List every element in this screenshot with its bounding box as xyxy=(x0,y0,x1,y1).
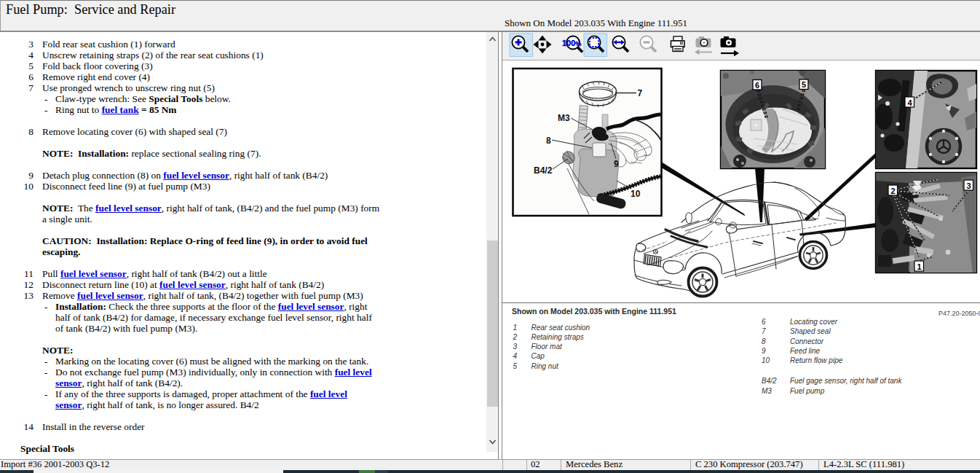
svg-text:8: 8 xyxy=(546,136,551,146)
svg-text:5: 5 xyxy=(802,80,806,89)
svg-text:1: 1 xyxy=(917,262,922,271)
svg-text:100%: 100% xyxy=(562,39,581,47)
svg-text:9: 9 xyxy=(614,159,619,169)
svg-text:4: 4 xyxy=(908,98,913,107)
svg-text:6: 6 xyxy=(755,81,759,90)
svg-text:2: 2 xyxy=(891,187,896,195)
svg-text:3: 3 xyxy=(967,181,971,190)
svg-text:7: 7 xyxy=(638,88,643,98)
svg-text:B4/2: B4/2 xyxy=(534,165,553,176)
svg-text:M3: M3 xyxy=(558,113,570,123)
svg-text:10: 10 xyxy=(631,189,641,199)
